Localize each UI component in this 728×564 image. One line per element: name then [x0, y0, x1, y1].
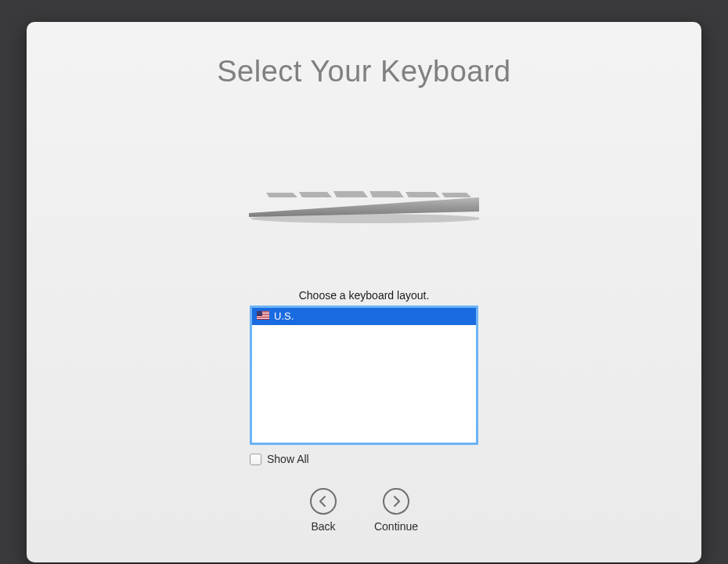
- back-label: Back: [311, 520, 335, 533]
- keyboard-illustration: [249, 180, 479, 233]
- continue-label: Continue: [374, 520, 418, 533]
- svg-marker-1: [299, 192, 332, 197]
- show-all-checkbox[interactable]: [250, 454, 261, 465]
- prompt-text: Choose a keyboard layout.: [27, 289, 701, 302]
- svg-rect-14: [257, 311, 262, 316]
- nav-row: Back Continue: [27, 488, 701, 533]
- setup-assistant-window: Select Your Keyboard: [27, 22, 701, 562]
- arrow-right-icon: [383, 488, 409, 515]
- show-all-label: Show All: [267, 453, 309, 465]
- svg-marker-2: [333, 191, 368, 197]
- svg-marker-3: [369, 191, 404, 197]
- svg-rect-12: [257, 316, 269, 317]
- desktop-background: Select Your Keyboard: [0, 0, 728, 564]
- page-title: Select Your Keyboard: [27, 22, 701, 89]
- keyboard-layout-item-us[interactable]: U.S.: [252, 308, 476, 325]
- svg-marker-5: [441, 193, 471, 197]
- show-all-row[interactable]: Show All: [250, 453, 478, 465]
- keyboard-layout-list[interactable]: U.S.: [250, 306, 478, 445]
- svg-rect-13: [257, 318, 269, 319]
- svg-marker-4: [405, 192, 440, 197]
- svg-marker-0: [266, 193, 297, 197]
- back-button[interactable]: Back: [310, 488, 337, 533]
- keyboard-layout-item-label: U.S.: [274, 308, 294, 325]
- svg-point-7: [250, 214, 479, 223]
- continue-button[interactable]: Continue: [374, 488, 418, 533]
- arrow-left-icon: [310, 488, 337, 515]
- us-flag-icon: [257, 308, 269, 325]
